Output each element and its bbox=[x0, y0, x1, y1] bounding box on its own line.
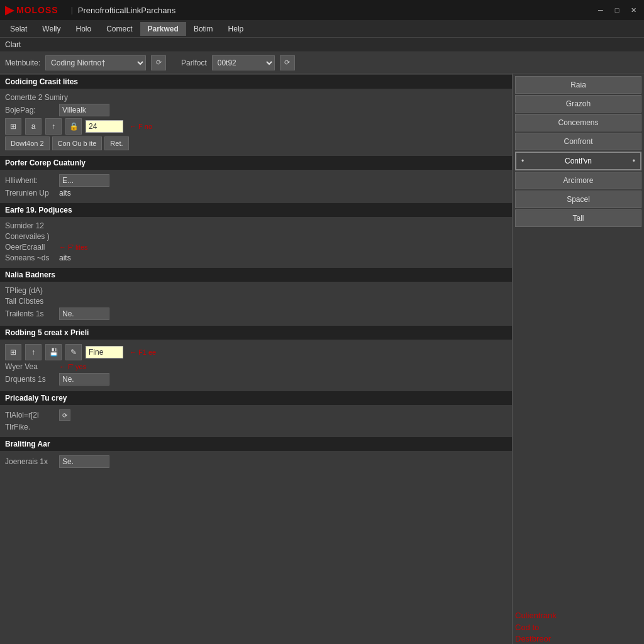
tlaloi-icon[interactable]: ⟳ bbox=[59, 409, 70, 421]
icon-btn-row-1: ⊞ a ↑ 🔒 ← F no bbox=[5, 118, 507, 135]
tall-clbstes-label: Tall Clbstes bbox=[5, 297, 55, 306]
main-layout: Codicing Crasit lites Comertte 2 Sumiry … bbox=[0, 74, 644, 644]
annotation-f-lites: ← F' lites bbox=[59, 243, 88, 251]
surnider-row: Surnider 12 bbox=[5, 221, 507, 230]
number-input-24[interactable] bbox=[86, 120, 123, 133]
raia-button[interactable]: Raia bbox=[515, 76, 641, 94]
tall-clbstes-row: Tall Clbstes bbox=[5, 297, 507, 306]
minimize-button[interactable]: ─ bbox=[595, 4, 606, 16]
joenerais-row: Joenerais 1x bbox=[5, 455, 507, 468]
confront-button[interactable]: Confront bbox=[515, 133, 641, 150]
menu-comect[interactable]: Comect bbox=[99, 22, 140, 36]
logo-text: MOLOSS bbox=[16, 5, 58, 15]
conervailes-row: Conervailes ) bbox=[5, 232, 507, 241]
joenerais-input[interactable] bbox=[59, 455, 109, 468]
trailents-row: Trailents 1s bbox=[5, 308, 507, 320]
concemens-button[interactable]: Concemens bbox=[515, 114, 641, 131]
hlliwhent-input[interactable] bbox=[59, 174, 109, 187]
menu-help[interactable]: Help bbox=[221, 22, 252, 36]
section-5-header: Rodbing 5 creat x Prieli bbox=[0, 326, 512, 340]
ret-btn[interactable]: Ret. bbox=[104, 136, 128, 150]
menu-botim[interactable]: Botim bbox=[186, 22, 221, 36]
icon-btn-5d[interactable]: ✎ bbox=[65, 344, 82, 360]
con-ou-btn[interactable]: Con Ou b ite bbox=[52, 136, 103, 150]
right-panel: Raia Grazoh Concemens Confront Contl'vn … bbox=[512, 74, 644, 644]
toolbar-select-right[interactable]: 00t92 bbox=[212, 55, 275, 70]
menu-welly[interactable]: Welly bbox=[35, 22, 68, 36]
logo-icon: ▶ bbox=[5, 3, 14, 17]
contlvn-button[interactable]: Contl'vn bbox=[515, 152, 641, 170]
window-controls: ─ □ ✕ bbox=[595, 4, 639, 16]
spacel-button[interactable]: Spacel bbox=[515, 191, 641, 208]
annotation-culientrank: CulientrankCod toDestbreor bbox=[515, 560, 641, 644]
section-3-body: Surnider 12 Conervailes ) OeerEcraall ← … bbox=[0, 217, 512, 267]
title-separator: | bbox=[71, 6, 73, 14]
bojepag-label: BojePag: bbox=[5, 106, 55, 114]
icon-btn-4[interactable]: 🔒 bbox=[65, 118, 82, 135]
icon-btn-5a[interactable]: ⊞ bbox=[5, 344, 21, 360]
section-1-body: Comertte 2 Sumiry BojePag: ⊞ a ↑ 🔒 ← F n… bbox=[0, 89, 512, 155]
maximize-button[interactable]: □ bbox=[611, 4, 623, 16]
section-7-header: Braliting Aar bbox=[0, 437, 512, 451]
hlliwhent-row: Hlliwhent: bbox=[5, 174, 507, 187]
icon-btn-1[interactable]: ⊞ bbox=[5, 118, 21, 135]
menu-bar: Selat Welly Holo Comect Parkwed Botim He… bbox=[0, 20, 644, 38]
section-4-header: Nalia Badners bbox=[0, 268, 512, 282]
section-2-body: Hlliwhent: Trerunien Up aits bbox=[0, 170, 512, 202]
toolbar-icon-btn-left[interactable]: ⟳ bbox=[151, 55, 166, 70]
icon-btn-3[interactable]: ↑ bbox=[45, 118, 62, 135]
section-3-header: Earfe 19. Podjuces bbox=[0, 203, 512, 217]
oeer-label: OeerEcraall bbox=[5, 243, 55, 252]
tall-button[interactable]: Tall bbox=[515, 209, 641, 227]
annotation-f-no: ← F no bbox=[130, 123, 152, 130]
left-panel: Codicing Crasit lites Comertte 2 Sumiry … bbox=[0, 74, 512, 644]
bojepag-row: BojePag: bbox=[5, 104, 507, 116]
toolbar-label-right: Parlfoct bbox=[181, 58, 207, 67]
wyer-row: Wyer Vea ← F' yes bbox=[5, 362, 507, 371]
menu-selat[interactable]: Selat bbox=[3, 22, 35, 36]
breadcrumb-text: Clart bbox=[5, 40, 21, 49]
icon-btn-2[interactable]: a bbox=[25, 118, 42, 135]
oeer-row: OeerEcraall ← F' lites bbox=[5, 243, 507, 252]
menu-parkwed[interactable]: Parkwed bbox=[140, 22, 186, 36]
tlaloi-row: TlAloi=r[2i ⟳ bbox=[5, 409, 507, 421]
trailents-input[interactable] bbox=[59, 308, 109, 320]
hlliwhent-label: Hlliwhent: bbox=[5, 176, 55, 185]
trerunien-row: Trerunien Up aits bbox=[5, 189, 507, 197]
trerunien-value: aits bbox=[59, 189, 71, 197]
bojepag-input[interactable] bbox=[59, 104, 109, 116]
icon-btn-5b[interactable]: ↑ bbox=[25, 344, 42, 360]
menu-holo[interactable]: Holo bbox=[68, 22, 99, 36]
dowt4on-btn[interactable]: Dowt4on 2 bbox=[5, 136, 50, 150]
section-1-header: Codicing Crasit lites bbox=[0, 75, 512, 89]
window-title: PrenofrofticalLinkParchans bbox=[78, 6, 595, 15]
tlaloi-label: TlAloi=r[2i bbox=[5, 411, 55, 419]
drquents-label: Drquents 1s bbox=[5, 375, 55, 384]
joenerais-label: Joenerais 1x bbox=[5, 457, 55, 466]
title-bar: ▶ MOLOSS | PrenofrofticalLinkParchans ─ … bbox=[0, 0, 644, 20]
fine-input[interactable] bbox=[86, 346, 123, 358]
logo: ▶ MOLOSS bbox=[5, 3, 58, 17]
toolbar-icon-btn-right[interactable]: ⟳ bbox=[280, 55, 295, 70]
section-2-header: Porfer Corep Cuatunly bbox=[0, 156, 512, 170]
drquents-input[interactable] bbox=[59, 373, 109, 386]
annotation-f1-ee: ← F1 ee bbox=[130, 348, 156, 356]
trailents-label: Trailents 1s bbox=[5, 309, 55, 318]
grazoh-button[interactable]: Grazoh bbox=[515, 95, 641, 113]
arcimore-button[interactable]: Arcimore bbox=[515, 172, 641, 189]
conervailes-label: Conervailes ) bbox=[5, 232, 55, 241]
toolbar: Metnbuite: Coding Niortno† ⟳ Parlfoct 00… bbox=[0, 52, 644, 74]
tlrfike-label: TlrFike. bbox=[5, 423, 55, 431]
tplieg-row: TPlieg (dA) bbox=[5, 286, 507, 295]
close-button[interactable]: ✕ bbox=[628, 4, 639, 16]
wyer-label: Wyer Vea bbox=[5, 362, 55, 371]
soneans-value: aits bbox=[59, 253, 71, 262]
trerunien-label: Trerunien Up bbox=[5, 189, 55, 197]
icon-btn-5c[interactable]: 💾 bbox=[45, 344, 62, 360]
breadcrumb: Clart bbox=[0, 38, 644, 52]
section-6-header: Pricadaly Tu crey bbox=[0, 391, 512, 405]
toolbar-select-left[interactable]: Coding Niortno† bbox=[45, 55, 146, 70]
toolbar-label-left: Metnbuite: bbox=[5, 58, 40, 67]
soneans-label: Soneans ~ds bbox=[5, 253, 55, 262]
icon-btn-row-5: ⊞ ↑ 💾 ✎ ← F1 ee bbox=[5, 344, 507, 360]
